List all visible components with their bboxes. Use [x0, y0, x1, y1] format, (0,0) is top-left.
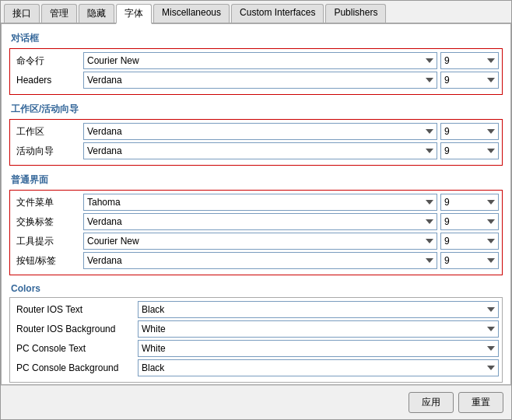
- workspace-size-select-0[interactable]: 9 10 11 12: [440, 123, 499, 140]
- tab-bar: 接口 管理 隐藏 字体 Miscellaneous Custom Interfa…: [1, 1, 511, 24]
- workspace-label-1: 活动向导: [13, 145, 83, 158]
- normal-row-1: 交换标签 Verdana Courier New Tahoma Arial 9 …: [13, 213, 499, 230]
- color-row-2: PC Console Text White Black Red Green Bl…: [13, 340, 499, 357]
- color-row-3: PC Console Background Black White Red Gr…: [13, 359, 499, 376]
- color-select-0[interactable]: Black White Red Green Blue: [138, 301, 499, 318]
- dialog-label-0: 命令行: [13, 54, 83, 68]
- normal-font-select-0[interactable]: Tahoma Verdana Courier New Arial: [83, 194, 437, 211]
- normal-label-3: 按钮/标签: [13, 254, 83, 268]
- tab-font[interactable]: 字体: [116, 4, 152, 24]
- workspace-label-0: 工作区: [13, 125, 83, 138]
- dialog-size-select-1[interactable]: 9 10 11 12: [440, 72, 499, 89]
- normal-row-0: 文件菜单 Tahoma Verdana Courier New Arial 9 …: [13, 194, 499, 211]
- color-label-0: Router IOS Text: [13, 304, 138, 315]
- tab-custom[interactable]: Custom Interfaces: [231, 4, 324, 23]
- tab-interface[interactable]: 接口: [4, 4, 40, 23]
- normal-size-select-3[interactable]: 9 10 11 12: [440, 252, 499, 269]
- normal-row-2: 工具提示 Courier New Verdana Tahoma Arial 9 …: [13, 233, 499, 250]
- color-select-3[interactable]: Black White Red Green Blue: [138, 359, 499, 376]
- reset-button[interactable]: 重置: [458, 392, 503, 413]
- dialog-label-1: Headers: [13, 75, 83, 86]
- dialog-font-select-0[interactable]: Courier New Verdana Tahoma Arial: [83, 52, 437, 69]
- normal-size-select-1[interactable]: 9 10 11 12: [440, 213, 499, 230]
- color-label-1: Router IOS Background: [13, 324, 138, 334]
- dialog-row-0: 命令行 Courier New Verdana Tahoma Arial 9 1…: [13, 52, 499, 69]
- workspace-section-box: 工作区 Verdana Courier New Tahoma Arial 9 1…: [9, 119, 503, 166]
- colors-section: Colors Router IOS Text Black White Red G…: [9, 283, 503, 383]
- normal-font-select-3[interactable]: Verdana Courier New Tahoma Arial: [83, 252, 437, 269]
- normal-label-2: 工具提示: [13, 235, 83, 248]
- tab-manage[interactable]: 管理: [41, 4, 77, 23]
- workspace-row-0: 工作区 Verdana Courier New Tahoma Arial 9 1…: [13, 123, 499, 140]
- normal-section: 普通界面 文件菜单 Tahoma Verdana Courier New Ari…: [9, 173, 503, 275]
- dialog-font-select-1[interactable]: Verdana Courier New Tahoma Arial: [83, 72, 437, 89]
- colors-section-title: Colors: [11, 283, 503, 294]
- normal-row-3: 按钮/标签 Verdana Courier New Tahoma Arial 9…: [13, 252, 499, 269]
- normal-section-title: 普通界面: [11, 173, 503, 187]
- normal-label-1: 交换标签: [13, 215, 83, 229]
- color-label-3: PC Console Background: [13, 362, 138, 373]
- normal-label-0: 文件菜单: [13, 196, 83, 209]
- normal-size-select-0[interactable]: 9 10 11 12: [440, 194, 499, 211]
- dialog-section-box: 命令行 Courier New Verdana Tahoma Arial 9 1…: [9, 48, 503, 95]
- workspace-size-select-1[interactable]: 9 10 11 12: [440, 142, 499, 159]
- tab-misc[interactable]: Miscellaneous: [153, 4, 230, 23]
- normal-font-select-1[interactable]: Verdana Courier New Tahoma Arial: [83, 213, 437, 230]
- dialog-row-1: Headers Verdana Courier New Tahoma Arial…: [13, 72, 499, 89]
- normal-section-box: 文件菜单 Tahoma Verdana Courier New Arial 9 …: [9, 190, 503, 275]
- tab-publishers[interactable]: Publishers: [325, 4, 386, 23]
- workspace-font-select-1[interactable]: Verdana Courier New Tahoma Arial: [83, 142, 437, 159]
- color-row-1: Router IOS Background White Black Red Gr…: [13, 320, 499, 338]
- dialog-section: 对话框 命令行 Courier New Verdana Tahoma Arial…: [9, 32, 503, 95]
- color-select-1[interactable]: White Black Red Green Blue: [138, 320, 499, 338]
- color-row-0: Router IOS Text Black White Red Green Bl…: [13, 301, 499, 318]
- button-bar: 应用 重置: [1, 385, 511, 419]
- tab-hidden[interactable]: 隐藏: [79, 4, 114, 23]
- color-select-2[interactable]: White Black Red Green Blue: [138, 340, 499, 357]
- workspace-section-title: 工作区/活动向导: [11, 103, 503, 116]
- normal-size-select-2[interactable]: 9 10 11 12: [440, 233, 499, 250]
- workspace-section: 工作区/活动向导 工作区 Verdana Courier New Tahoma …: [9, 103, 503, 166]
- workspace-row-1: 活动向导 Verdana Courier New Tahoma Arial 9 …: [13, 142, 499, 159]
- colors-section-box: Router IOS Text Black White Red Green Bl…: [9, 297, 503, 383]
- dialog-size-select-0[interactable]: 9 10 11 12: [440, 52, 499, 69]
- normal-font-select-2[interactable]: Courier New Verdana Tahoma Arial: [83, 233, 437, 250]
- main-window: 接口 管理 隐藏 字体 Miscellaneous Custom Interfa…: [0, 0, 512, 420]
- tab-content: 对话框 命令行 Courier New Verdana Tahoma Arial…: [1, 24, 511, 385]
- dialog-section-title: 对话框: [11, 32, 503, 45]
- color-label-2: PC Console Text: [13, 343, 138, 354]
- apply-button[interactable]: 应用: [409, 392, 454, 413]
- workspace-font-select-0[interactable]: Verdana Courier New Tahoma Arial: [83, 123, 437, 140]
